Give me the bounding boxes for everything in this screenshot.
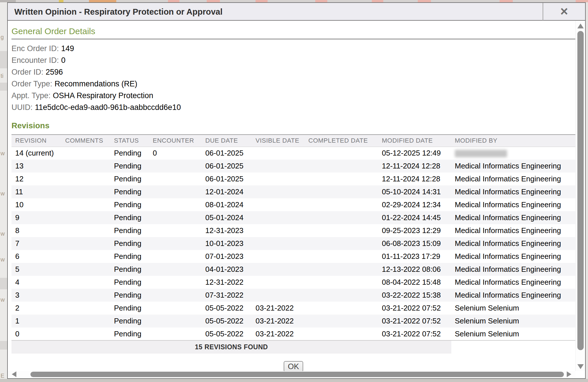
scroll-left-icon[interactable]	[12, 371, 16, 377]
cell-status: Pending	[111, 211, 149, 224]
cell-revision: 12	[11, 172, 62, 185]
cell-modified-by: Medical Informatics Engineering	[451, 289, 575, 302]
cell-completed-date	[305, 289, 378, 302]
close-button[interactable]: ×	[543, 3, 585, 21]
cell-encounter	[149, 172, 202, 185]
cell-completed-date	[305, 263, 378, 276]
cell-due-date: 12-31-2023	[202, 224, 252, 237]
scroll-down-icon[interactable]	[577, 364, 584, 369]
cell-visible-date	[252, 289, 305, 302]
cell-modified-date: 01-11-2023 17:29	[378, 250, 451, 263]
revisions-table: REVISIONCOMMENTSSTATUSENCOUNTERDUE DATEV…	[11, 134, 575, 354]
cell-status: Pending	[111, 315, 149, 327]
revision-row: 11Pending12-01-202405-10-2024 14:31Medic…	[11, 185, 575, 198]
cell-due-date: 05-05-2022	[202, 327, 252, 340]
cell-status: Pending	[111, 147, 149, 160]
revision-row: 10Pending08-01-202402-29-2024 12:34Medic…	[11, 198, 575, 211]
cell-status: Pending	[111, 289, 149, 302]
cell-modified-date: 12-11-2024 12:28	[378, 172, 451, 185]
cell-due-date: 12-31-2022	[202, 276, 252, 289]
cell-completed-date	[305, 315, 378, 327]
cell-modified-date: 05-12-2025 12:49	[378, 147, 451, 160]
revision-row: 14 (current)Pending006-01-202505-12-2025…	[11, 147, 575, 160]
cell-encounter	[149, 211, 202, 224]
background-left-strip: gtiwwwwwE	[0, 2, 7, 379]
cell-modified-by: Selenium Selenium	[451, 327, 575, 340]
cell-completed-date	[305, 147, 378, 160]
cell-comments	[62, 211, 111, 224]
background-fragment	[89, 0, 116, 2]
vertical-scrollbar-thumb[interactable]	[577, 31, 584, 350]
field-label: Appt. Type:	[11, 91, 51, 100]
ok-button[interactable]: OK	[284, 361, 303, 371]
cell-revision: 5	[11, 263, 62, 276]
cell-encounter	[149, 224, 202, 237]
background-glyph: w	[1, 190, 5, 197]
cell-modified-by	[451, 147, 575, 160]
cell-encounter	[149, 237, 202, 250]
cell-revision: 13	[11, 160, 62, 172]
column-header-modified-by: MODIFIED BY	[451, 135, 575, 147]
background-glyph: g	[1, 34, 4, 40]
field-value: 11e5dc0c-eda9-aad0-961b-aabbccdd6e10	[35, 103, 181, 112]
revision-row: 7Pending10-01-202306-08-2023 15:09Medica…	[11, 237, 575, 250]
background-fragment	[372, 0, 383, 2]
cell-comments	[62, 172, 111, 185]
cell-modified-by: Medical Informatics Engineering	[451, 198, 575, 211]
cell-completed-date	[305, 160, 378, 172]
cell-revision: 2	[11, 302, 62, 315]
dialog-title: Written Opinion - Respiratory Protection…	[14, 3, 223, 21]
cell-comments	[62, 237, 111, 250]
column-header-completed-date: COMPLETED DATE	[305, 135, 378, 147]
cell-revision: 8	[11, 224, 62, 237]
background-fragment	[500, 0, 513, 2]
cell-completed-date	[305, 302, 378, 315]
cell-completed-date	[305, 327, 378, 340]
cell-due-date: 05-01-2024	[202, 211, 252, 224]
cell-visible-date	[252, 224, 305, 237]
background-fragment	[59, 0, 63, 2]
cell-modified-by: Medical Informatics Engineering	[451, 224, 575, 237]
cell-modified-by: Selenium Selenium	[451, 302, 575, 315]
cell-modified-date: 02-29-2024 12:34	[378, 198, 451, 211]
cell-due-date: 06-01-2025	[202, 147, 252, 160]
cell-comments	[62, 302, 111, 315]
revision-row: 3Pending07-31-202203-22-2022 15:38Medica…	[11, 289, 575, 302]
cell-visible-date	[252, 276, 305, 289]
redacted-name	[455, 150, 507, 157]
horizontal-scrollbar-thumb[interactable]	[30, 372, 564, 377]
background-glyph: ti	[1, 73, 3, 79]
vertical-scrollbar[interactable]	[575, 21, 585, 371]
cell-modified-by: Medical Informatics Engineering	[451, 185, 575, 198]
detail-field: Order Type:Recommendations (RE)	[11, 78, 575, 90]
cell-revision: 3	[11, 289, 62, 302]
revision-row: 6Pending07-01-202301-11-2023 17:29Medica…	[11, 250, 575, 263]
cell-revision: 0	[11, 327, 62, 340]
cell-encounter	[149, 276, 202, 289]
background-fragment	[0, 278, 7, 289]
background-right-strip	[586, 2, 588, 379]
cell-revision: 4	[11, 276, 62, 289]
cell-revision: 1	[11, 315, 62, 327]
cell-encounter	[149, 302, 202, 315]
detail-field: UUID:11e5dc0c-eda9-aad0-961b-aabbccdd6e1…	[11, 102, 575, 113]
revisions-footer-empty-cell	[451, 340, 575, 354]
cell-status: Pending	[111, 302, 149, 315]
revision-row: 5Pending04-01-202312-13-2022 08:06Medica…	[11, 263, 575, 276]
cell-encounter	[149, 160, 202, 172]
cell-due-date: 06-01-2025	[202, 160, 252, 172]
cell-comments	[62, 263, 111, 276]
scroll-up-icon[interactable]	[577, 24, 584, 28]
cell-encounter	[149, 315, 202, 327]
background-glyph: w	[1, 256, 5, 263]
cell-due-date: 07-31-2022	[202, 289, 252, 302]
cell-status: Pending	[111, 327, 149, 340]
column-header-visible-date: VISIBLE DATE	[252, 135, 305, 147]
cell-modified-by: Medical Informatics Engineering	[451, 263, 575, 276]
scroll-right-icon[interactable]	[567, 371, 571, 377]
dialog-body: General Order Details Enc Order ID:149En…	[8, 21, 585, 378]
horizontal-scrollbar[interactable]	[8, 371, 575, 378]
cell-comments	[62, 250, 111, 263]
revision-row: 2Pending05-05-202203-21-202203-21-2022 0…	[11, 302, 575, 315]
cell-due-date: 10-01-2023	[202, 237, 252, 250]
